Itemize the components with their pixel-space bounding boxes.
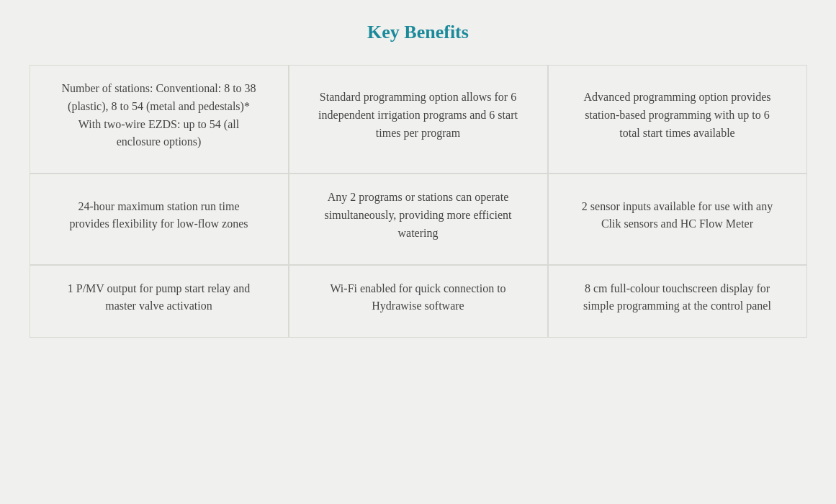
cell-touchscreen: 8 cm full-colour touchscreen display for… <box>548 265 807 338</box>
cell-simultaneous: Any 2 programs or stations can operate s… <box>289 174 548 264</box>
cell-touchscreen-text: 8 cm full-colour touchscreen display for… <box>577 280 778 316</box>
cell-stations-text: Number of stations: Conventional: 8 to 3… <box>59 80 259 151</box>
cell-pump-text: 1 P/MV output for pump start relay and m… <box>59 280 259 316</box>
cell-standard-programming-text: Standard programming option allows for 6… <box>318 89 518 142</box>
cell-advanced-programming-text: Advanced programming option provides sta… <box>577 89 778 142</box>
cell-simultaneous-text: Any 2 programs or stations can operate s… <box>318 189 518 242</box>
cell-sensor-inputs: 2 sensor inputs available for use with a… <box>548 174 807 264</box>
cell-sensor-inputs-text: 2 sensor inputs available for use with a… <box>577 198 778 234</box>
cell-wifi: Wi-Fi enabled for quick connection to Hy… <box>289 265 548 338</box>
cell-advanced-programming: Advanced programming option provides sta… <box>548 65 807 174</box>
cell-stations: Number of stations: Conventional: 8 to 3… <box>30 65 289 174</box>
cell-run-time: 24-hour maximum station run time provide… <box>30 174 289 264</box>
cell-standard-programming: Standard programming option allows for 6… <box>289 65 548 174</box>
cell-pump: 1 P/MV output for pump start relay and m… <box>30 265 289 338</box>
benefits-grid: Number of stations: Conventional: 8 to 3… <box>30 65 807 338</box>
page-title: Key Benefits <box>367 22 469 43</box>
cell-run-time-text: 24-hour maximum station run time provide… <box>59 198 259 234</box>
cell-wifi-text: Wi-Fi enabled for quick connection to Hy… <box>318 280 518 316</box>
